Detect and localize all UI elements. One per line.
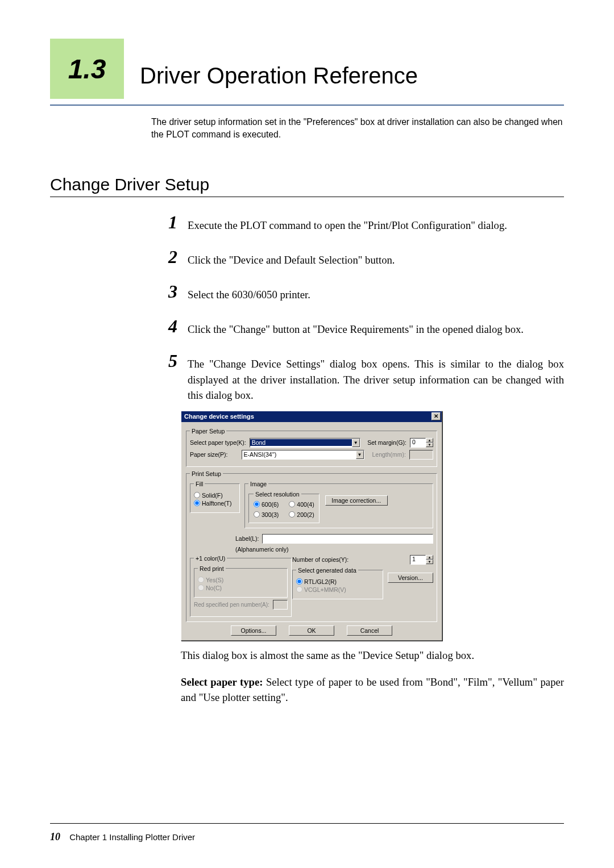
close-icon[interactable]: ✕ [432,412,441,420]
fill-solid-radio[interactable]: Solid(F) [194,492,236,499]
print-setup-legend: Print Setup [190,470,223,477]
step-4: 4 Click the "Change" button at "Device R… [168,317,564,337]
paper-size-select[interactable]: E-ANSI(34'') ▼ [242,450,364,460]
fill-legend: Fill [194,481,205,487]
label-label: Label(L): [235,535,259,542]
num-copies-label: Number of copies(Y): [292,556,349,563]
red-no-radio: No(C) [198,585,284,591]
options-button[interactable]: Options... [231,625,276,636]
step-text: Select the 6030/6050 printer. [184,282,310,302]
red-yes-radio: Yes(S) [198,577,284,583]
paper-type-select[interactable]: Bond ▼ [250,438,360,448]
step-text: Execute the PLOT command to open the "Pr… [184,213,507,233]
followup-text-1: This dialog box is almost the same as th… [181,648,564,663]
image-group: Image Select resolution 600(6) 400(4) 30… [244,481,433,528]
section-number-box: 1.3 [50,39,124,99]
select-generated-data-group: Select generated data RTL/GL2(R) VCGL+MM… [292,567,383,599]
dialog-titlebar: Change device settings ✕ [181,411,442,422]
chevron-down-icon[interactable]: ▼ [356,450,364,459]
paper-size-label: Paper size(P): [190,451,228,458]
res-200-radio[interactable]: 200(2) [289,511,314,518]
res-400-radio[interactable]: 400(4) [289,501,314,508]
intro-paragraph: The driver setup information set in the … [151,116,564,141]
margin-stepper[interactable]: 0 ▲▼ [410,438,433,448]
image-correction-button[interactable]: Image correction... [325,495,388,506]
paper-setup-group: Paper Setup Select paper type(K): Bond ▼… [186,428,437,467]
select-resolution-group: Select resolution 600(6) 400(4) 300(3) 2… [248,491,320,523]
section-header: 1.3 Driver Operation Reference [0,0,614,99]
spin-up-icon[interactable]: ▲ [426,555,433,560]
cancel-button[interactable]: Cancel [347,625,392,636]
red-pen-label: Red specified pen number(A): [194,602,269,608]
paper-size-value: E-ANSI(34'') [242,451,356,458]
chevron-down-icon[interactable]: ▼ [352,439,360,447]
step-5: 5 The "Change Device Settings" dialog bo… [168,352,564,402]
select-paper-type-label: Select paper type(K): [190,439,246,446]
change-device-settings-dialog: Change device settings ✕ Paper Setup Sel… [181,411,442,641]
copies-value[interactable]: 1 [410,555,426,565]
copies-stepper[interactable]: 1 ▲▼ [410,555,433,565]
followup-bold-label: Select paper type: [181,676,263,688]
plus1-color-group: +1 color(U) Red print Yes(S) No(C) Red s… [190,555,292,617]
res-300-radio[interactable]: 300(3) [254,511,279,518]
step-number: 5 [168,352,184,370]
step-number: 3 [168,282,184,301]
paper-type-value: Bond [250,439,352,446]
step-text: Click the "Device and Default Selection"… [184,248,395,268]
image-legend: Image [248,481,268,487]
ok-button[interactable]: OK [289,625,334,636]
rtl-gl2-radio[interactable]: RTL/GL2(R) [296,578,379,585]
step-2: 2 Click the "Device and Default Selectio… [168,248,564,268]
page-number: 10 [50,831,60,842]
print-setup-group: Print Setup Fill Solid(F) Halftone(T) Im… [186,470,437,622]
spin-down-icon[interactable]: ▼ [426,560,433,564]
step-text: Click the "Change" button at "Device Req… [184,317,524,337]
fill-group: Fill Solid(F) Halftone(T) [190,481,240,513]
length-field [409,450,433,460]
label-field[interactable] [262,534,433,544]
followup-text-2: Select paper type: Select type of paper … [181,674,564,705]
footer-rule [50,823,564,824]
margin-value[interactable]: 0 [410,438,426,448]
section-number: 1.3 [68,53,106,85]
set-margin-label: Set margin(G): [367,439,406,446]
red-print-legend: Red print [198,565,226,572]
spin-down-icon[interactable]: ▼ [426,443,433,447]
spin-up-icon[interactable]: ▲ [426,438,433,443]
vcgl-mmr-radio: VCGL+MMR(V) [296,586,379,593]
red-pen-field [273,600,288,610]
alpha-only-note: (Alphanumeric only) [235,546,288,553]
dialog-button-row: Options... OK Cancel [186,625,437,636]
chapter-label: Chapter 1 Installing Plotter Driver [69,832,195,842]
subsection-title: Change Driver Setup [50,175,614,194]
length-label: Length(mm): [372,451,406,458]
step-number: 2 [168,248,184,266]
section-title: Driver Operation Reference [140,63,418,99]
version-button[interactable]: Version... [388,573,433,583]
step-text: The "Change Device Settings" dialog box … [184,352,564,402]
plus1-color-legend: +1 color(U) [194,555,227,562]
dialog-screenshot: Change device settings ✕ Paper Setup Sel… [181,411,614,641]
section-rule [50,105,564,106]
step-list: 1 Execute the PLOT command to open the "… [168,213,564,403]
fill-halftone-radio[interactable]: Halftone(T) [194,500,236,507]
step-3: 3 Select the 6030/6050 printer. [168,282,564,302]
gen-data-legend: Select generated data [296,567,358,574]
subsection-rule [50,197,564,197]
red-print-group: Red print Yes(S) No(C) [194,565,288,598]
paper-setup-legend: Paper Setup [190,428,226,435]
step-number: 4 [168,317,184,335]
page-footer: 10 Chapter 1 Installing Plotter Driver [50,831,195,843]
resolution-legend: Select resolution [254,491,301,498]
res-600-radio[interactable]: 600(6) [254,501,279,508]
step-1: 1 Execute the PLOT command to open the "… [168,213,564,233]
step-number: 1 [168,213,184,231]
dialog-title: Change device settings [184,413,254,420]
